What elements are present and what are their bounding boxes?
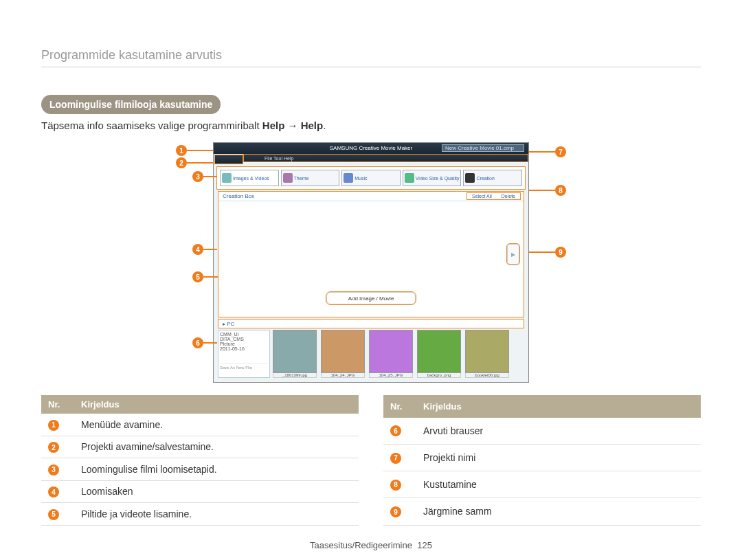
thumbnail-label: booklet00.jpg	[465, 373, 509, 378]
creation-box: Creation Box Select All Delete Add Image…	[218, 191, 524, 317]
tab-video-size[interactable]: Video Size & Quality	[403, 170, 462, 186]
thumbnail[interactable]: backgro..png	[417, 330, 461, 378]
col-header-desc: Kirjeldus	[74, 395, 359, 414]
section-title-pill: Loomingulise filmilooja kasutamine	[41, 95, 221, 114]
row-desc: Projekti nimi	[416, 444, 701, 471]
tab-music[interactable]: Music	[341, 170, 401, 186]
thumbnail-strip: _1801399.jpg 104_24..JPG 104_25..JPG bac…	[273, 330, 524, 378]
delete-button[interactable]: Delete	[498, 194, 519, 199]
breadcrumb: Programmide kasutamine arvutis	[41, 48, 701, 67]
callout-num-6: 6	[192, 337, 203, 348]
app-title: SAMSUNG Creative Movie Maker	[330, 145, 412, 151]
callout-9: 9	[529, 247, 566, 258]
tab-label: Video Size & Quality	[416, 176, 460, 181]
callout-num-1: 1	[176, 145, 187, 156]
tab-label: Creation	[476, 176, 494, 181]
tab-label: Music	[355, 176, 367, 181]
col-header-nr: Nr.	[383, 395, 416, 418]
table-row: 3Loomingulise filmi loomisetapid.	[41, 458, 359, 481]
row-number: 4	[48, 486, 59, 497]
row-desc: Järgmine samm	[416, 498, 701, 525]
row-number: 2	[48, 442, 59, 453]
thumbnail-label: backgro..png	[417, 373, 461, 378]
app-window: SAMSUNG Creative Movie Maker New Creativ…	[213, 142, 529, 383]
row-number: 8	[390, 480, 401, 491]
thumbnail-image	[321, 330, 365, 373]
callout-num-5: 5	[192, 271, 203, 282]
screenshot-figure: 1 2 3 4 5 6 7 8 9 SAMSUNG Creative Movie…	[179, 142, 563, 383]
folder-tree[interactable]: CMM_UI DITA_CMS Picture 2011-05-16 Save …	[218, 330, 270, 378]
tab-theme[interactable]: Theme	[281, 170, 340, 186]
tab-label: Images & Videos	[233, 176, 269, 181]
film-icon	[222, 173, 232, 183]
callout-num-9: 9	[555, 247, 566, 258]
row-number: 3	[48, 464, 59, 475]
menubar[interactable]: File Tool Help	[243, 154, 528, 162]
row-desc: Menüüde avamine.	[74, 414, 359, 436]
select-all-button[interactable]: Select All	[469, 194, 495, 199]
left-description-table: Nr. Kirjeldus 1Menüüde avamine. 2Projekt…	[41, 395, 359, 526]
thumbnail-label: 104_24..JPG	[321, 373, 365, 378]
instruction-bold: Help → Help	[262, 120, 323, 131]
thumbnail-image	[369, 330, 413, 373]
row-desc: Kustutamine	[416, 471, 701, 497]
add-image-movie-button[interactable]: Add Image / Movie	[326, 292, 416, 304]
thumbnail[interactable]: _1801399.jpg	[273, 330, 317, 378]
col-header-desc: Kirjeldus	[416, 395, 701, 418]
video-size-icon	[405, 173, 414, 183]
callout-num-2: 2	[176, 157, 187, 168]
pc-bar[interactable]: ▸ PC	[218, 319, 524, 328]
thumbnail-image	[417, 330, 461, 373]
thumbnail[interactable]: 104_24..JPG	[321, 330, 365, 378]
table-row: 1Menüüde avamine.	[41, 414, 359, 436]
tree-item[interactable]: 2011-05-16	[220, 346, 268, 351]
select-delete-group: Select All Delete	[466, 192, 521, 200]
callout-num-3: 3	[192, 171, 203, 182]
thumbnail[interactable]: booklet00.jpg	[465, 330, 509, 378]
callout-num-8: 8	[555, 185, 566, 196]
footer-section-label: Taasesitus/Redigeerimine	[310, 540, 412, 550]
callout-3: 3	[192, 171, 217, 182]
pc-browser: CMM_UI DITA_CMS Picture 2011-05-16 Save …	[218, 330, 524, 378]
row-desc: Projekti avamine/salvestamine.	[74, 436, 359, 458]
next-step-button[interactable]: ▶	[507, 244, 519, 265]
tree-item[interactable]: CMM_UI	[220, 332, 268, 337]
callout-num-4: 4	[192, 244, 203, 255]
table-row: 5Piltide ja videote lisamine.	[41, 503, 359, 526]
row-number: 1	[48, 420, 59, 431]
col-header-nr: Nr.	[41, 395, 74, 414]
callout-6: 6	[192, 337, 217, 348]
tab-label: Theme	[294, 176, 309, 181]
thumbnail-image	[465, 330, 509, 373]
open-save-toolbar[interactable]	[214, 155, 243, 164]
instruction-prefix: Täpsema info saamiseks valige programmir…	[41, 120, 262, 131]
thumbnail-label: 104_25..JPG	[369, 373, 413, 378]
description-tables: Nr. Kirjeldus 1Menüüde avamine. 2Projekt…	[41, 395, 701, 526]
magic-hat-icon	[465, 173, 475, 183]
row-number: 5	[48, 509, 59, 520]
wizard-tabs: Images & Videos Theme Music Video Size &…	[216, 166, 526, 190]
tree-item[interactable]: DITA_CMS	[220, 337, 268, 341]
callout-8: 8	[529, 185, 566, 196]
row-desc: Arvuti brauser	[416, 418, 701, 445]
save-as-new-file[interactable]: Save As New File	[220, 363, 268, 370]
table-row: 4Loomisaken	[41, 480, 359, 503]
thumbnail[interactable]: 104_25..JPG	[369, 330, 413, 378]
callout-2: 2	[176, 157, 213, 168]
tree-item[interactable]: Picture	[220, 341, 268, 346]
callout-4: 4	[192, 244, 217, 255]
thumbnail-label: _1801399.jpg	[273, 373, 317, 378]
row-number: 6	[390, 425, 401, 436]
row-number: 9	[390, 506, 401, 517]
table-row: 8Kustutamine	[383, 471, 701, 497]
callout-1: 1	[176, 145, 213, 156]
tab-images-videos[interactable]: Images & Videos	[220, 170, 279, 186]
row-number: 7	[390, 453, 401, 464]
row-desc: Loomisaken	[74, 480, 359, 503]
tab-creation[interactable]: Creation	[463, 170, 522, 186]
instruction-suffix: .	[323, 120, 326, 131]
table-row: 9Järgmine samm	[383, 498, 701, 525]
table-row: 6Arvuti brauser	[383, 418, 701, 445]
theme-icon	[283, 173, 293, 183]
project-name-box[interactable]: New Creative Movie 01.cmp	[442, 144, 524, 152]
